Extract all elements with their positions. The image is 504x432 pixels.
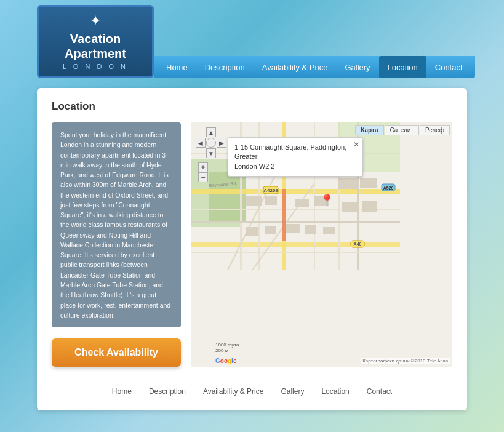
svg-rect-29 xyxy=(323,227,335,234)
nav-bar: Home Description Availability & Price Ga… xyxy=(154,5,475,78)
page-title: Location xyxy=(52,100,452,113)
content-box: Location Spent your holiday in the magni… xyxy=(37,88,467,410)
content-layout: Spent your holiday in the magnificent Lo… xyxy=(52,122,452,367)
map-nav-left[interactable]: ◀ xyxy=(196,138,206,148)
svg-rect-26 xyxy=(265,226,276,234)
logo-subtitle: L O N D O N xyxy=(63,63,128,70)
svg-rect-23 xyxy=(295,199,309,207)
footer-nav-contact[interactable]: Contact xyxy=(367,387,392,396)
logo-title: Vacation Apartment xyxy=(50,31,141,61)
map-zoom-control[interactable]: + − xyxy=(198,162,208,182)
svg-text:A520: A520 xyxy=(383,186,394,190)
svg-rect-14 xyxy=(191,252,400,253)
main-nav: Home Description Availability & Price Ga… xyxy=(154,56,475,78)
svg-rect-3 xyxy=(191,189,400,194)
map-type-relief[interactable]: Релеф xyxy=(420,125,450,135)
map-type-controls[interactable]: Карта Сателит Релеф xyxy=(355,125,450,135)
map-area: Bayswater Rd Edgware A4208 A40 A520 xyxy=(191,122,452,367)
svg-rect-31 xyxy=(360,178,377,188)
svg-rect-21 xyxy=(246,196,262,206)
svg-rect-28 xyxy=(305,225,316,234)
map-address-popup: ✕ 1-15 Connaught Square, Paddington, Gre… xyxy=(228,137,363,177)
map-address-line1: 1-15 Connaught Square, Paddington, Great… xyxy=(234,143,356,162)
nav-gallery[interactable]: Gallery xyxy=(336,56,378,78)
footer-nav-availability[interactable]: Availability & Price xyxy=(203,387,263,396)
svg-rect-30 xyxy=(338,178,357,189)
footer-nav-description[interactable]: Description xyxy=(149,387,186,396)
scale-meters: 200 м xyxy=(215,348,239,353)
map-address-line2: London W2 2 xyxy=(234,162,356,171)
map-nav-control[interactable]: ▲ ◀ ▶ ▼ xyxy=(196,127,226,158)
footer-nav: Home Description Availability & Price Ga… xyxy=(52,378,452,396)
header: ✦ Vacation Apartment L O N D O N Home De… xyxy=(0,0,504,78)
left-panel: Spent your holiday in the magnificent Lo… xyxy=(52,122,181,367)
nav-location[interactable]: Location xyxy=(379,56,426,78)
svg-text:A4208: A4208 xyxy=(263,188,278,193)
footer-nav-gallery[interactable]: Gallery xyxy=(281,387,304,396)
svg-rect-5 xyxy=(191,242,400,247)
footer-nav-home[interactable]: Home xyxy=(112,387,132,396)
nav-availability[interactable]: Availability & Price xyxy=(254,56,337,78)
map-nav-right[interactable]: ▶ xyxy=(217,138,226,148)
map-container: Bayswater Rd Edgware A4208 A40 A520 xyxy=(191,122,452,367)
main-wrapper: Location Spent your holiday in the magni… xyxy=(0,78,504,420)
map-nav-down[interactable]: ▼ xyxy=(206,148,216,158)
nav-description[interactable]: Description xyxy=(196,56,254,78)
scale-feet: 1000 фута xyxy=(215,342,239,348)
map-attribution: Картографски данни ©2010 Tele Atlas xyxy=(361,358,450,364)
svg-rect-42 xyxy=(282,189,286,241)
svg-rect-32 xyxy=(342,202,359,212)
svg-rect-33 xyxy=(362,201,377,212)
nav-contact[interactable]: Contact xyxy=(426,56,471,78)
logo-icon: ✦ xyxy=(90,13,101,29)
map-popup-close[interactable]: ✕ xyxy=(353,140,359,150)
svg-text:A40: A40 xyxy=(354,242,362,246)
zoom-out-button[interactable]: − xyxy=(198,172,208,182)
logo: ✦ Vacation Apartment L O N D O N xyxy=(37,5,154,78)
description-text: Spent your holiday in the magnificent Lo… xyxy=(52,122,181,327)
svg-rect-25 xyxy=(246,227,258,236)
check-availability-button[interactable]: Check Availability xyxy=(52,338,181,367)
map-scale: 1000 фута 200 м xyxy=(215,342,239,353)
svg-rect-27 xyxy=(286,224,300,233)
svg-rect-13 xyxy=(191,221,400,223)
map-pin[interactable]: 📍 xyxy=(319,193,335,208)
svg-rect-22 xyxy=(265,196,277,205)
map-type-map[interactable]: Карта xyxy=(355,125,383,135)
footer-nav-location[interactable]: Location xyxy=(321,387,349,396)
zoom-in-button[interactable]: + xyxy=(198,162,208,172)
map-nav-center[interactable] xyxy=(206,138,216,148)
map-nav-up[interactable]: ▲ xyxy=(206,127,216,137)
google-logo: Google xyxy=(215,358,236,364)
nav-home[interactable]: Home xyxy=(158,56,196,78)
map-type-satellite[interactable]: Сателит xyxy=(385,125,419,135)
